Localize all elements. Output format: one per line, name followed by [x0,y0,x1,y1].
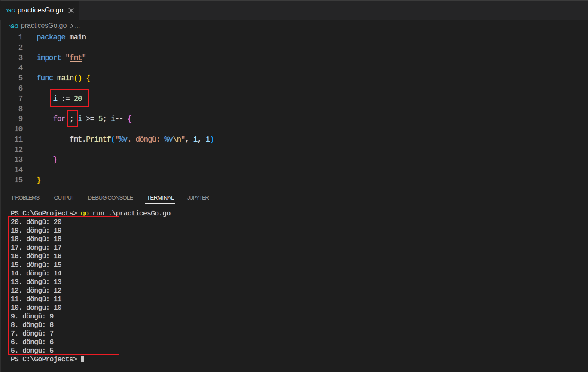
svg-text:GO: GO [7,8,16,14]
svg-text:GO: GO [10,23,18,29]
